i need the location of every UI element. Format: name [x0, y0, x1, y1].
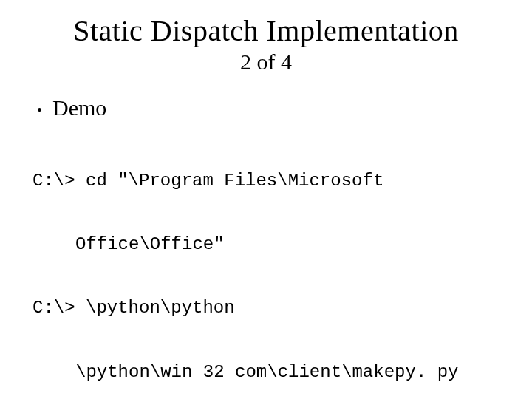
code-line: C:\> cd "\Program Files\Microsoft — [33, 171, 502, 192]
bullet-text: Demo — [52, 95, 106, 120]
slide-subtitle: 2 of 4 — [30, 50, 502, 75]
code-block-1: C:\> cd "\Program Files\Microsoft Office… — [33, 128, 502, 399]
bullet-item: • Demo — [37, 95, 502, 120]
code-line: Office\Office" — [75, 234, 502, 256]
code-line: C:\> \python\python — [33, 298, 502, 319]
code-line: \python\win 32 com\client\makepy. py — [75, 362, 502, 383]
bullet-dot-icon: • — [37, 103, 42, 117]
slide-title: Static Dispatch Implementation — [30, 13, 502, 48]
